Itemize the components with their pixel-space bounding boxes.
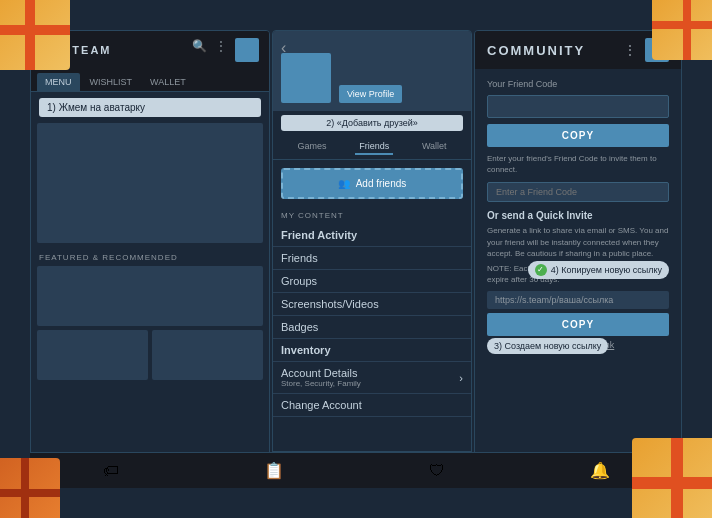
- tooltip-add-friends: 2) «Добавить друзей»: [281, 115, 463, 131]
- quick-invite-desc: Generate a link to share via email or SM…: [487, 225, 669, 259]
- gift-decoration-bottom-right: [632, 438, 712, 518]
- profile-area: View Profile: [273, 31, 471, 111]
- account-title: Account Details: [281, 367, 361, 379]
- menu-item-screenshots[interactable]: Screenshots/Videos: [273, 293, 471, 316]
- community-title: COMMUNITY: [487, 43, 585, 58]
- tab-wallet[interactable]: WALLET: [142, 73, 194, 91]
- tab-games[interactable]: Games: [293, 139, 330, 155]
- account-arrow-icon: ›: [459, 372, 463, 384]
- community-content: Your Friend Code COPY Enter your friend'…: [475, 69, 681, 360]
- tooltip-click-avatar: 1) Жмем на аватарку: [39, 98, 261, 117]
- annotation-3-bubble: 3) Создаем новую ссылку: [487, 338, 608, 354]
- friend-code-input[interactable]: [487, 95, 669, 118]
- main-container: STEAM 🔍 ⋮ MENU WISHLIST WALLET 1) Жмем н…: [30, 30, 682, 488]
- featured-item-wide: [37, 266, 263, 326]
- gift-decoration-left: [0, 0, 70, 70]
- quick-invite-title: Or send a Quick Invite: [487, 210, 669, 221]
- user-avatar-left[interactable]: [235, 38, 259, 62]
- gift-decoration-bottom-left: [0, 458, 60, 518]
- community-header: COMMUNITY ⋮: [475, 31, 681, 69]
- left-content-area: [37, 123, 263, 243]
- copy-button-2[interactable]: COPY: [487, 313, 669, 336]
- gift-decoration-right-top: [652, 0, 712, 60]
- account-row: Account Details Store, Security, Family …: [281, 367, 463, 388]
- menu-item-account[interactable]: Account Details Store, Security, Family …: [273, 362, 471, 394]
- menu-item-friend-activity[interactable]: Friend Activity: [273, 224, 471, 247]
- comm-bottom-icon-bell[interactable]: 🔔: [590, 461, 610, 480]
- featured-item-1: [37, 330, 148, 380]
- header-icons: 🔍 ⋮: [191, 38, 259, 62]
- menu-items-list: Friend Activity Friends Groups Screensho…: [273, 224, 471, 417]
- menu-item-inventory[interactable]: Inventory: [273, 339, 471, 362]
- tab-menu[interactable]: MENU: [37, 73, 80, 91]
- account-sub: Store, Security, Family: [281, 379, 361, 388]
- menu-item-badges[interactable]: Badges: [273, 316, 471, 339]
- friend-code-section-title: Your Friend Code: [487, 79, 669, 89]
- menu-item-friends[interactable]: Friends: [273, 247, 471, 270]
- menu-item-groups[interactable]: Groups: [273, 270, 471, 293]
- add-friends-button[interactable]: 👥 Add friends: [281, 168, 463, 199]
- featured-items: [31, 266, 269, 386]
- menu-item-change-account[interactable]: Change Account: [273, 394, 471, 417]
- steam-logo-text: STEAM: [63, 44, 112, 56]
- featured-item-2: [152, 330, 263, 380]
- account-label: Account Details Store, Security, Family: [281, 367, 361, 388]
- link-text: https://s.team/p/ваша/ссылка: [487, 291, 669, 309]
- left-panel: STEAM 🔍 ⋮ MENU WISHLIST WALLET 1) Жмем н…: [30, 30, 270, 488]
- more-icon[interactable]: ⋮: [213, 38, 229, 54]
- add-friends-label: Add friends: [356, 178, 407, 189]
- community-more-icon[interactable]: ⋮: [623, 42, 637, 58]
- tab-wishlist[interactable]: WISHLIST: [82, 73, 141, 91]
- my-content-label: MY CONTENT: [273, 207, 471, 224]
- tab-friends[interactable]: Friends: [355, 139, 393, 155]
- right-panel: COMMUNITY ⋮ Your Friend Code COPY Enter …: [474, 30, 682, 488]
- copy-button-1[interactable]: COPY: [487, 124, 669, 147]
- add-friends-icon: 👥: [338, 178, 350, 189]
- annotation-4-text: ✓ 4) Копируем новую ссылку: [528, 261, 669, 279]
- view-profile-button[interactable]: View Profile: [339, 85, 402, 103]
- middle-panel: ‹ View Profile 2) «Добавить друзей» Game…: [272, 30, 472, 488]
- profile-avatar[interactable]: [281, 53, 331, 103]
- middle-tabs: Games Friends Wallet: [273, 135, 471, 160]
- friend-code-info: Enter your friend's Friend Code to invit…: [487, 153, 669, 175]
- tab-wallet-mid[interactable]: Wallet: [418, 139, 451, 155]
- check-icon: ✓: [535, 264, 547, 276]
- annotation-4-bubble: ✓ 4) Копируем новую ссылку: [528, 261, 669, 283]
- featured-label: FEATURED & RECOMMENDED: [31, 247, 269, 266]
- search-icon[interactable]: 🔍: [191, 38, 207, 54]
- enter-friend-code-input[interactable]: [487, 182, 669, 202]
- left-nav-tabs: MENU WISHLIST WALLET: [31, 69, 269, 92]
- back-button[interactable]: ‹: [281, 39, 286, 57]
